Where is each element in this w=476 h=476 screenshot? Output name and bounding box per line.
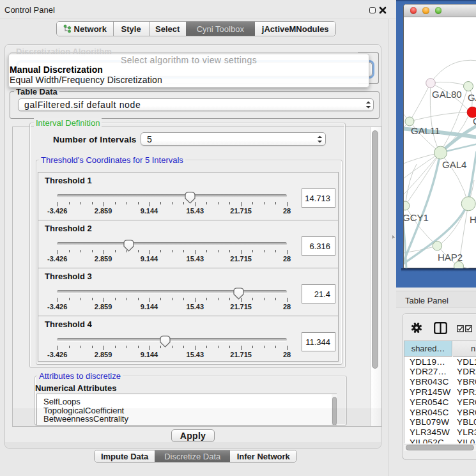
svg-text:H: H <box>470 214 476 225</box>
svg-text:HAP2: HAP2 <box>438 252 463 263</box>
svg-text:C: C <box>473 116 476 127</box>
svg-text:GA: GA <box>468 92 476 103</box>
svg-text:GAL4: GAL4 <box>442 159 466 170</box>
svg-text:GCY1: GCY1 <box>404 212 429 223</box>
svg-text:GAL80: GAL80 <box>432 89 462 100</box>
svg-text:GAL11: GAL11 <box>411 125 440 136</box>
